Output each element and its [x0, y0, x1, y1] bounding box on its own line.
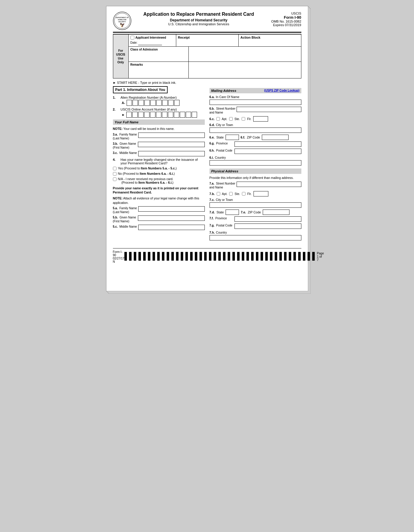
q4-yes-checkbox[interactable] [113, 167, 117, 170]
q6h-input[interactable] [234, 149, 301, 154]
q7b-ste-checkbox[interactable] [229, 192, 233, 196]
main-content: Part 1. Information About You 1. Alien R… [113, 86, 301, 242]
uscis-applicant-cell: Applicant Interviewed Date: [129, 34, 176, 46]
q6d-input[interactable] [210, 128, 301, 133]
a-box-9[interactable] [174, 100, 180, 106]
q7f-named-field: 7.f. Province [210, 216, 301, 222]
form-page: DEPARTMENT OF HOMELAND SECURITY 🦅 Applic… [106, 6, 308, 291]
q4-text: Has your name legally changed since the … [121, 158, 205, 165]
a-box-3[interactable] [138, 100, 144, 106]
q6i-input[interactable] [210, 160, 301, 166]
right-column: Mailing Address (USPS ZIP Code Lookup) 6… [210, 86, 301, 242]
q5b-input[interactable] [138, 215, 205, 221]
q3c-input-wrap [138, 151, 205, 156]
q6f-text: ZIP Code [247, 136, 260, 139]
uscis-inner: Applicant Interviewed Date: Receipt Acti… [129, 34, 301, 78]
q6b-input[interactable] [237, 107, 301, 112]
online-box-11[interactable] [186, 112, 191, 118]
q4-na-checkbox[interactable] [113, 177, 117, 181]
q7f-input[interactable] [234, 216, 301, 222]
note-card-content: Your card will be issued in this name. [123, 127, 174, 130]
online-box-7[interactable] [162, 112, 167, 118]
q6c-ste-checkbox[interactable] [229, 117, 233, 121]
q7b-apt-checkbox[interactable] [217, 192, 220, 196]
q3a-input[interactable] [138, 133, 205, 138]
q6h-group: 6.h. Postal Code [210, 149, 301, 154]
q7c-label-row: 7.c. City or Town [210, 198, 301, 202]
q7d-q7e-row: 7.d. State 7.e. ZIP Code [210, 210, 301, 215]
q7b-apt-input[interactable] [254, 191, 268, 196]
date-input[interactable] [138, 40, 162, 45]
a-box-6[interactable] [156, 100, 162, 106]
q7h-input[interactable] [210, 235, 301, 240]
q7g-input[interactable] [234, 223, 301, 229]
usps-link[interactable]: (USPS ZIP Code Lookup) [264, 89, 300, 92]
footer-right: Page 1 of 7 [317, 252, 324, 262]
action-bottom-cell [189, 62, 301, 78]
a-box-2[interactable] [133, 100, 138, 106]
online-box-10[interactable] [180, 112, 185, 118]
q6e-input[interactable] [226, 135, 239, 140]
q6c-flr-checkbox[interactable] [242, 117, 245, 121]
online-box-3[interactable] [138, 112, 144, 118]
a-box-1[interactable] [127, 100, 132, 106]
q6a-input[interactable] [210, 100, 301, 105]
q6g-input-wrap [234, 141, 301, 147]
q3b-field: 3.b. Given Name(First Name) [113, 142, 205, 149]
part1-header: Part 1. Information About You [113, 86, 168, 93]
q4-no-checkbox[interactable] [113, 172, 117, 176]
a-number-row: A- [122, 100, 205, 106]
form-number: Form I-90 [263, 15, 301, 20]
q7a-input[interactable] [237, 182, 301, 187]
q6g-input[interactable] [234, 141, 301, 147]
q7e-input[interactable] [263, 210, 289, 215]
a-box-5[interactable] [150, 100, 156, 106]
q7a-input-wrap [237, 182, 301, 187]
a-prefix: A- [122, 101, 125, 105]
online-box-12[interactable] [192, 112, 197, 118]
q3b-input[interactable] [138, 142, 205, 147]
q5c-field: 5.c. Middle Name [113, 225, 205, 230]
online-box-4[interactable] [144, 112, 149, 118]
q5c-input[interactable] [138, 225, 205, 230]
class-admission-cell: Class of Admission [129, 47, 189, 62]
dept-name: Department of Homeland Security [135, 18, 263, 22]
q1-number: 1. [113, 96, 119, 99]
q3c-input[interactable] [138, 151, 205, 156]
q4-group: 4. Has your name legally changed since t… [113, 158, 205, 184]
q5b-label: 5.b. Given Name(First Name) [113, 215, 137, 223]
q7c-text: City or Town [216, 198, 233, 202]
q7h-group: 7.h. Country [210, 231, 301, 240]
q7e-text: ZIP Code [248, 210, 261, 214]
online-box-8[interactable] [168, 112, 173, 118]
q7d-input[interactable] [226, 210, 239, 215]
a-box-4[interactable] [144, 100, 150, 106]
q6c-flr-label: Flr. [247, 117, 251, 121]
uscis-seal-icon: DEPARTMENT OF HOMELAND SECURITY 🦅 [113, 12, 131, 30]
applicant-interviewed-checkbox[interactable] [130, 36, 134, 40]
q5a-field: 5.a. Family Name(Last Name) [113, 206, 205, 214]
q7a-named-field: 7.a. Street Numberand Name [210, 182, 301, 189]
online-box-6[interactable] [156, 112, 161, 118]
online-box-1[interactable] [126, 112, 132, 118]
online-box-9[interactable] [174, 112, 179, 118]
q6d-label-row: 6.d. City or Town [210, 123, 301, 127]
q6c-apt-input[interactable] [253, 116, 268, 122]
attach-note: NOTE: Attach all evidence of your legal … [113, 196, 205, 205]
q5a-label: 5.a. Family Name(Last Name) [113, 206, 137, 214]
q6f-input[interactable] [262, 135, 289, 140]
online-box-2[interactable] [132, 112, 138, 118]
online-box-5[interactable] [150, 112, 155, 118]
q6g-label: 6.g. Province [210, 141, 233, 145]
q7c-input[interactable] [210, 202, 301, 208]
q7g-label: 7.g. Postal Code [210, 223, 233, 227]
q7b-flr-checkbox[interactable] [242, 192, 245, 196]
q7g-named-field: 7.g. Postal Code [210, 223, 301, 229]
a-box-8[interactable] [168, 100, 174, 106]
a-box-7[interactable] [162, 100, 168, 106]
q5a-input[interactable] [138, 206, 205, 212]
q6c-row: 6.c. Apt. Ste. Flr. [210, 116, 301, 122]
q7f-group: 7.f. Province [210, 216, 301, 222]
q6c-apt-checkbox[interactable] [216, 117, 220, 121]
dept-sub: U.S. Citizenship and Immigration Service… [135, 22, 263, 26]
